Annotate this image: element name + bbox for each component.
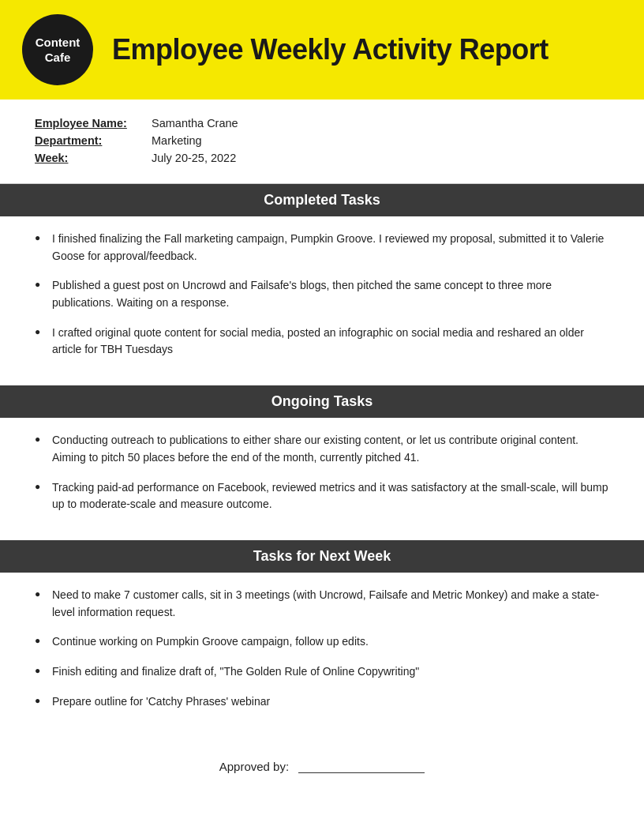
completed-tasks-list: I finished finalizing the Fall marketing… — [35, 231, 609, 359]
employee-value: Samantha Crane — [152, 117, 238, 130]
department-row: Department: Marketing — [35, 134, 609, 147]
next-week-tasks-content: Need to make 7 customer calls, sit in 3 … — [0, 573, 644, 737]
info-section: Employee Name: Samantha Crane Department… — [0, 100, 644, 184]
list-item: Published a guest post on Uncrowd and Fa… — [35, 277, 609, 311]
employee-row: Employee Name: Samantha Crane — [35, 117, 609, 130]
list-item: Finish editing and finalize draft of, "T… — [35, 663, 609, 681]
list-item: Need to make 7 customer calls, sit in 3 … — [35, 587, 609, 621]
approved-section: Approved by: — [0, 737, 644, 798]
list-item: Conducting outreach to publications to e… — [35, 432, 609, 466]
ongoing-tasks-content: Conducting outreach to publications to e… — [0, 418, 644, 540]
next-week-tasks-list: Need to make 7 customer calls, sit in 3 … — [35, 587, 609, 710]
department-value: Marketing — [152, 134, 202, 147]
approved-line — [298, 759, 425, 773]
logo-text: Content Cafe — [36, 35, 80, 66]
completed-tasks-header: Completed Tasks — [0, 184, 644, 216]
ongoing-tasks-list: Conducting outreach to publications to e… — [35, 432, 609, 513]
employee-label: Employee Name: — [35, 117, 152, 130]
logo: Content Cafe — [22, 14, 93, 85]
week-value: July 20-25, 2022 — [152, 152, 236, 164]
completed-tasks-content: I finished finalizing the Fall marketing… — [0, 216, 644, 385]
department-label: Department: — [35, 134, 152, 147]
approved-label: Approved by: — [219, 760, 289, 773]
list-item: I crafted original quote content for soc… — [35, 325, 609, 359]
next-week-tasks-header: Tasks for Next Week — [0, 540, 644, 573]
ongoing-tasks-header: Ongoing Tasks — [0, 385, 644, 418]
list-item: Prepare outline for 'Catchy Phrases' web… — [35, 693, 609, 711]
week-row: Week: July 20-25, 2022 — [35, 152, 609, 164]
list-item: Continue working on Pumpkin Groove campa… — [35, 633, 609, 651]
report-title: Employee Weekly Activity Report — [112, 33, 549, 66]
list-item: Tracking paid-ad performance on Facebook… — [35, 479, 609, 513]
week-label: Week: — [35, 152, 152, 164]
list-item: I finished finalizing the Fall marketing… — [35, 231, 609, 265]
page-header: Content Cafe Employee Weekly Activity Re… — [0, 0, 644, 100]
